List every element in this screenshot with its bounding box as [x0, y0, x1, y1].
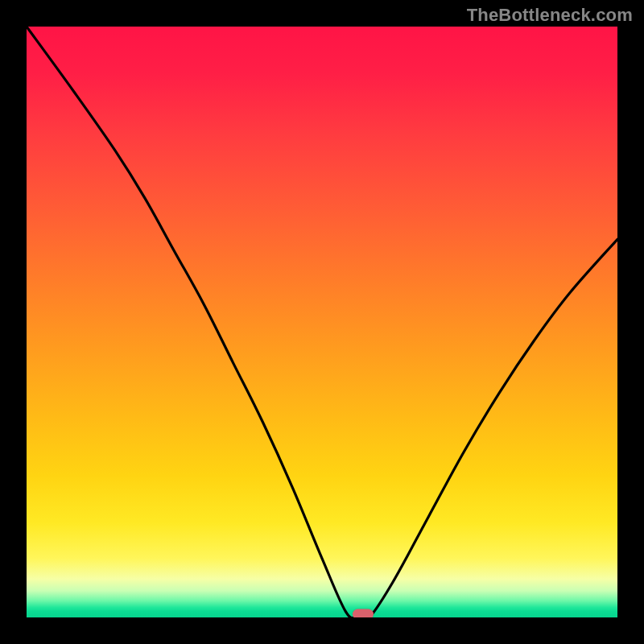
watermark-text: TheBottleneck.com	[467, 5, 633, 26]
plot-area	[27, 27, 617, 617]
bottleneck-curve	[27, 27, 617, 617]
chart-frame: TheBottleneck.com	[0, 0, 644, 644]
optimal-marker	[353, 609, 374, 617]
